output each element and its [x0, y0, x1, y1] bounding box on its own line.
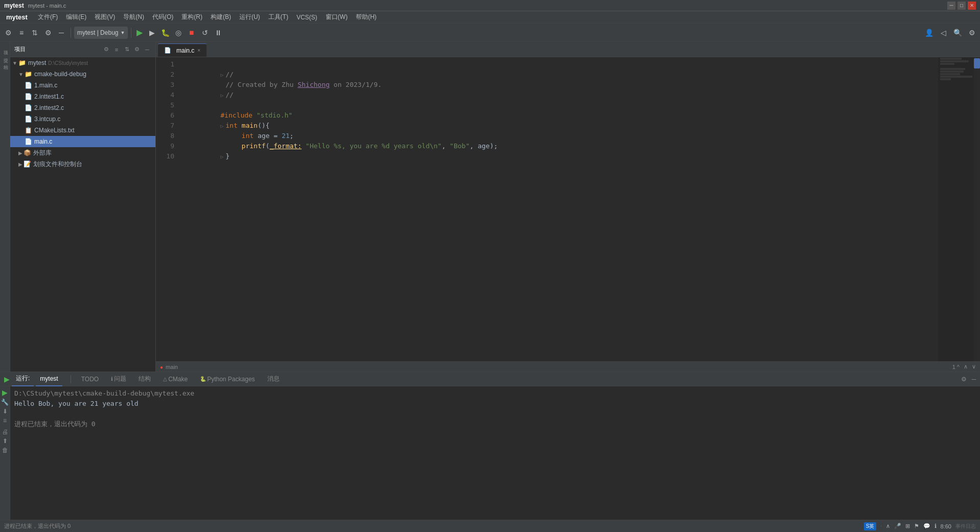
- menu-tools[interactable]: 工具(T): [264, 11, 292, 24]
- terminal-exit-text: 进程已结束，退出代码为 0: [14, 420, 96, 428]
- bottom-tab-structure[interactable]: 结构: [134, 372, 155, 386]
- coverage-button[interactable]: ▶: [146, 27, 158, 39]
- profile-button[interactable]: ◎: [172, 27, 185, 39]
- menu-edit[interactable]: 编辑(E): [62, 11, 90, 24]
- bottom-run-btn[interactable]: ▶: [4, 375, 10, 383]
- bottom-tab-messages[interactable]: 消息: [263, 372, 284, 386]
- tree-scratches-label: 划痕文件和控制台: [33, 160, 82, 169]
- terminal-fold-btn[interactable]: ⬆: [3, 437, 8, 445]
- tree-item-cmakelists[interactable]: 📋 CMakeLists.txt: [10, 125, 155, 136]
- tree-root-label: mytest: [28, 59, 46, 66]
- close-button[interactable]: ✕: [968, 2, 976, 10]
- bottom-settings-btn[interactable]: ⚙: [960, 375, 968, 383]
- toolbar-settings2-btn[interactable]: ⚙: [966, 27, 978, 39]
- minimize-button[interactable]: ─: [947, 2, 955, 10]
- bottom-tab-problems-label: 问题: [114, 375, 126, 383]
- systray-flag[interactable]: ⚑: [914, 523, 919, 529]
- left-vtab-structure[interactable]: 结构: [1, 58, 10, 64]
- rerun-button[interactable]: ↺: [199, 27, 211, 39]
- tree-item-scratches[interactable]: ▶ 📝 划痕文件和控制台: [10, 158, 155, 170]
- bottom-tab-python[interactable]: 🐍 Python Packages: [196, 372, 259, 386]
- terminal-trash-btn[interactable]: 🗑: [2, 447, 8, 454]
- run-button[interactable]: ▶: [134, 28, 145, 38]
- line-num-10: 10: [158, 151, 174, 161]
- systray-arrow[interactable]: ∧: [886, 523, 890, 529]
- menu-code[interactable]: 代码(O): [148, 11, 177, 24]
- stop-button[interactable]: ⏹: [186, 27, 198, 39]
- toolbar-hide-btn[interactable]: ─: [55, 27, 67, 39]
- pause-button[interactable]: ⏸: [212, 27, 224, 39]
- bottom-hide-btn[interactable]: ─: [970, 375, 978, 383]
- chevron-down-icon: ▼: [120, 30, 125, 35]
- panel-hide-btn[interactable]: ─: [143, 45, 151, 54]
- editor-tab-mainc[interactable]: 📄 main.c ×: [158, 43, 207, 57]
- menu-help[interactable]: 帮助(H): [352, 11, 381, 24]
- panel-list-btn[interactable]: ≡: [112, 45, 121, 54]
- debug-button[interactable]: 🐛: [159, 27, 171, 39]
- editor-content[interactable]: 1 2 3 4 5 6 7 8 9 10 ▷// // Created by Z…: [156, 57, 980, 361]
- tree-item-2inttest1[interactable]: 📄 2.inttest1.c: [10, 91, 155, 102]
- panel-more-btn[interactable]: ⚙: [133, 45, 141, 54]
- fold-icon-3[interactable]: ▷: [220, 90, 225, 101]
- terminal-run-btn[interactable]: ▶: [2, 388, 8, 397]
- tree-item-external[interactable]: ▶ 📦 外部库: [10, 147, 155, 158]
- terminal-scroll-btn[interactable]: ⬇: [3, 408, 8, 415]
- systray-chat[interactable]: 💬: [923, 523, 930, 529]
- menu-vcs[interactable]: VCS(S): [292, 11, 322, 24]
- editor-chevron-up[interactable]: ∧: [964, 363, 968, 370]
- tree-item-cmake[interactable]: ▼ 📁 cmake-build-debug: [10, 68, 155, 80]
- file-c-icon-4: 📄: [25, 115, 32, 123]
- editor-chevron-down[interactable]: ∨: [972, 363, 976, 370]
- toolbar-settings-btn[interactable]: ⚙: [2, 27, 14, 39]
- bottom-tab-run[interactable]: 运行:: [12, 372, 34, 386]
- bottom-tab-problems[interactable]: ℹ 问题: [107, 372, 130, 386]
- maximize-button[interactable]: □: [958, 2, 966, 10]
- line-num-1: 1: [158, 59, 174, 70]
- menu-window[interactable]: 窗口(W): [322, 11, 352, 24]
- systray-info[interactable]: ℹ: [935, 523, 937, 529]
- menu-file[interactable]: 文件(F): [34, 11, 62, 24]
- tree-item-2inttest2[interactable]: 📄 2.inttest2.c: [10, 102, 155, 113]
- bottom-tab-mytest[interactable]: mytest: [36, 372, 62, 386]
- line-num-4: 4: [158, 90, 174, 100]
- systray-monitor[interactable]: ⊞: [905, 523, 910, 529]
- systray-mic[interactable]: 🎤: [894, 523, 901, 529]
- gutter-right: [974, 57, 980, 361]
- terminal-print-btn[interactable]: 🖨: [2, 428, 8, 435]
- menu-navigate[interactable]: 导航(N): [119, 11, 148, 24]
- terminal-list-btn[interactable]: ≡: [3, 417, 7, 424]
- terminal-wrench-btn[interactable]: 🔧: [1, 399, 9, 406]
- run-config-selector[interactable]: mytest | Debug ▼: [74, 27, 128, 39]
- tab-close-btn[interactable]: ×: [197, 48, 200, 53]
- panel-collapse-btn[interactable]: ⇅: [123, 45, 131, 54]
- tree-item-1main[interactable]: 📄 1.main.c: [10, 80, 155, 91]
- terminal-hello-output: Hello Bob, you are 21 years old: [14, 400, 139, 407]
- menu-refactor[interactable]: 重构(R): [177, 11, 207, 24]
- fold-icon-6[interactable]: ▷: [220, 121, 225, 131]
- scrollbar-thumb[interactable]: [974, 58, 980, 68]
- menu-build[interactable]: 构建(B): [207, 11, 235, 24]
- terminal-content[interactable]: D:\CStudy\mytest\cmake-build-debug\mytes…: [10, 386, 980, 520]
- bottom-tab-todo[interactable]: TODO: [77, 372, 103, 386]
- tree-item-3intcup[interactable]: 📄 3.intcup.c: [10, 113, 155, 125]
- title-bar-controls: ─ □ ✕: [947, 2, 976, 10]
- toolbar-back-btn[interactable]: ◁: [937, 27, 949, 39]
- tree-item-mainc[interactable]: 📄 main.c: [10, 136, 155, 147]
- title-bar-filename: mytest - main.c: [28, 3, 66, 9]
- menu-run[interactable]: 运行(U): [235, 11, 264, 24]
- fold-icon-1[interactable]: ▷: [220, 70, 225, 80]
- code-area[interactable]: ▷// // Created by Zhu Shichong on 2023/1…: [176, 57, 938, 361]
- toolbar-search-btn[interactable]: 🔍: [951, 27, 964, 39]
- toolbar-more-btn[interactable]: ⚙: [42, 27, 54, 39]
- toolbar-user-btn[interactable]: 👤: [923, 27, 935, 39]
- bottom-tab-cmake[interactable]: △ CMake: [159, 372, 192, 386]
- systray-ime[interactable]: S英: [864, 522, 877, 530]
- menu-view[interactable]: 视图(V): [90, 11, 119, 24]
- toolbar-list-btn[interactable]: ≡: [15, 27, 28, 39]
- toolbar-collapse-btn[interactable]: ⇅: [29, 27, 41, 39]
- left-vtab-project[interactable]: 项目: [1, 44, 10, 50]
- left-vtab-commit[interactable]: 提交: [1, 51, 10, 57]
- panel-settings-btn[interactable]: ⚙: [102, 45, 110, 54]
- tree-root[interactable]: ▼ 📁 mytest D:\CStudy\mytest: [10, 57, 155, 68]
- fold-icon-9[interactable]: ▷: [220, 152, 225, 162]
